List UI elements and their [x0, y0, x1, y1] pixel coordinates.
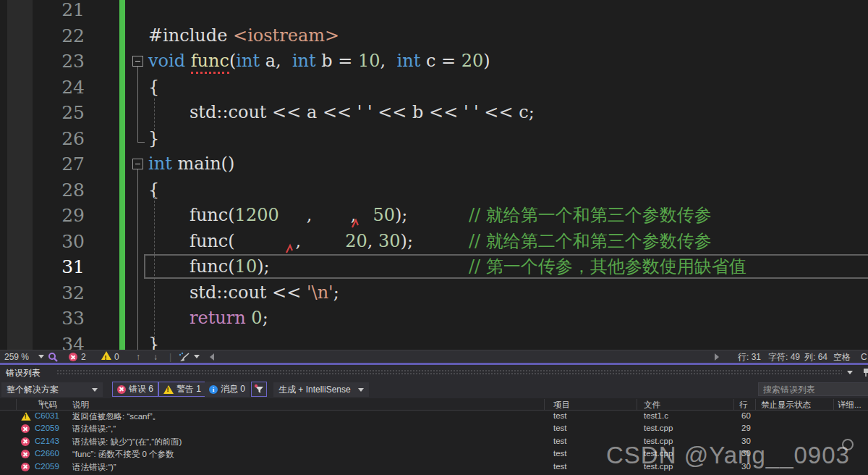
warning-icon [163, 385, 174, 394]
code-line: 29func(1200 , , 50);// 就给第一个和第三个参数传参 [0, 203, 868, 229]
column-separator[interactable] [637, 399, 637, 410]
code-token: int [292, 51, 316, 71]
eol-indicator[interactable]: C [861, 351, 867, 363]
code-text[interactable]: #include <iostream> [148, 23, 339, 49]
error-description: 语法错误: 缺少“)”(在“,”的前面) [72, 437, 182, 447]
code-token: } [148, 128, 159, 148]
cleanup-dropdown-icon[interactable] [194, 355, 200, 358]
column-header[interactable]: 禁止显示状态 [761, 400, 811, 411]
code-token: , [380, 51, 397, 71]
code-text[interactable]: std::cout << a << ' ' << b << ' ' << c; [190, 100, 535, 126]
error-row[interactable]: C2059语法错误:“,”testtest.cpp29 [0, 423, 868, 435]
warnings-filter-button[interactable]: 警告 1 [158, 382, 206, 397]
scroll-right-icon[interactable] [715, 353, 719, 361]
error-description: 返回值被忽略: “scanf”。 [72, 411, 161, 422]
scope-dropdown-value: 整个解决方案 [7, 384, 59, 395]
error-file: test.cpp [644, 424, 673, 432]
error-project: test [553, 449, 567, 458]
prev-issue-button[interactable]: ↑ [136, 351, 140, 363]
fold-collapse-button[interactable] [132, 159, 143, 169]
column-header[interactable]: 项目 [553, 400, 570, 411]
fold-guide-tick [137, 142, 145, 143]
code-token: ); [401, 231, 413, 251]
column-separator[interactable] [733, 399, 734, 410]
code-token: main() [172, 154, 235, 174]
zoom-level[interactable]: 259 % [4, 351, 29, 363]
column-header[interactable]: 行 [739, 400, 748, 411]
next-issue-button[interactable]: ↓ [153, 351, 158, 363]
column-separator[interactable] [544, 399, 545, 410]
error-list-toolbar: 整个解决方案 错误 6 警告 1 i 消息 0 生成 + Int [0, 380, 868, 400]
code-cleanup-broom-icon[interactable] [178, 352, 191, 363]
severity-error-icon [21, 437, 30, 447]
search-error-list-input[interactable] [758, 382, 868, 396]
line-number: 27 [33, 151, 85, 177]
zoom-dropdown-icon[interactable] [38, 355, 44, 358]
funnel-filter-icon [254, 384, 264, 395]
error-code[interactable]: C2059 [35, 462, 59, 471]
errors-filter-button[interactable]: 错误 6 [112, 382, 158, 397]
column-header[interactable]: 详细... [838, 400, 861, 411]
indent-guide [154, 98, 155, 130]
error-code[interactable]: C2660 [35, 449, 59, 458]
code-token: ; [333, 282, 339, 303]
code-token: #include [148, 25, 233, 46]
error-row[interactable]: C6031返回值被忽略: “scanf”。testtest1.c60 [0, 411, 868, 423]
filter-button[interactable] [251, 382, 267, 397]
watermark: CSDN @Yang__0903 [606, 442, 850, 469]
current-line-highlight [144, 254, 868, 279]
error-squiggle-icon [350, 218, 362, 230]
line-number: 23 [33, 49, 85, 75]
code-editor[interactable]: 2122#include <iostream>23void func(int a… [0, 0, 868, 350]
code-text[interactable]: return 0; [190, 306, 268, 332]
source-dropdown[interactable]: 生成 + IntelliSense [273, 382, 369, 397]
document-health-icon[interactable] [48, 352, 58, 363]
code-token: void [148, 51, 191, 71]
column-separator[interactable] [833, 399, 834, 410]
code-text[interactable]: int main() [148, 151, 234, 177]
error-description: 语法错误:“)” [72, 462, 116, 473]
code-token: 0 [251, 308, 262, 328]
code-token: 10 [358, 51, 380, 71]
fold-guide [137, 67, 138, 143]
column-header[interactable]: 说明 [72, 400, 89, 411]
code-text[interactable]: func( , 20, 30); [190, 229, 413, 255]
fold-collapse-button[interactable] [132, 56, 143, 67]
messages-filter-button[interactable]: i 消息 0 [205, 382, 250, 397]
line-number: 26 [33, 126, 85, 152]
column-separator[interactable] [755, 399, 756, 410]
warning-count-icon[interactable] [101, 350, 111, 361]
column-header[interactable]: 代码 [41, 400, 57, 411]
code-token: { [148, 77, 159, 97]
spaces-indicator[interactable]: 空格 [833, 351, 851, 363]
window-position-icon[interactable] [847, 371, 853, 374]
code-text[interactable]: std::cout << '\n'; [190, 280, 339, 306]
code-token: ( [229, 51, 236, 71]
error-code[interactable]: C2059 [35, 424, 59, 432]
error-count[interactable]: 2 [81, 351, 86, 363]
caret-col-indicator: 列: 64 [804, 351, 827, 363]
error-count-icon[interactable] [69, 351, 77, 363]
panel-title-bar[interactable]: 错误列表 [0, 365, 868, 380]
column-separator[interactable] [16, 399, 17, 410]
line-number: 32 [33, 280, 85, 306]
scroll-left-icon[interactable] [210, 353, 214, 361]
code-line: 30func( , 20, 30);// 就给第二个和第三个参数传参 [0, 229, 868, 255]
severity-error-icon [21, 450, 30, 459]
code-text[interactable]: func(1200 , , 50); [190, 203, 407, 229]
code-text[interactable]: void func(int a, int b = 10, int c = 20) [148, 49, 490, 75]
code-text[interactable]: { [148, 75, 159, 101]
scope-dropdown[interactable]: 整个解决方案 [1, 382, 103, 397]
error-code[interactable]: C6031 [35, 411, 59, 420]
code-token: func [191, 51, 229, 74]
error-line: 60 [741, 411, 751, 420]
error-code[interactable]: C2143 [35, 437, 59, 445]
info-icon: i [209, 385, 218, 394]
separator: | [169, 351, 171, 363]
pin-icon[interactable] [861, 368, 868, 377]
code-token: ; [263, 308, 268, 328]
code-token: std::cout << [190, 282, 307, 303]
warning-count[interactable]: 0 [114, 351, 119, 363]
column-header[interactable]: 文件 [644, 400, 660, 411]
error-grid-header[interactable]: ⇅ 代码说明项目文件行禁止显示状态详细... [0, 398, 868, 411]
